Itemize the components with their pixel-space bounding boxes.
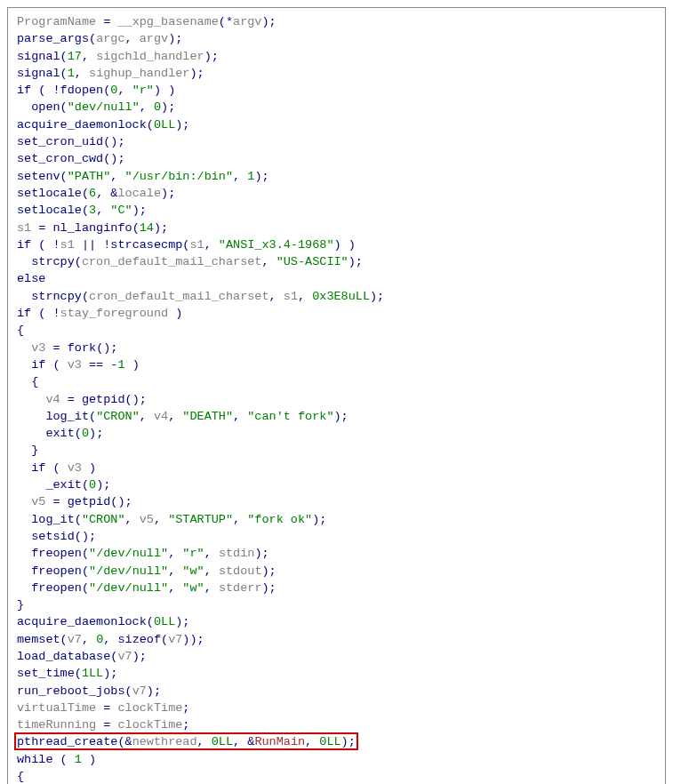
- code-token: v7: [68, 633, 82, 646]
- code-token: v5: [31, 495, 45, 508]
- code-token: ();: [103, 135, 124, 148]
- code-token: =: [96, 701, 117, 715]
- code-line: {: [17, 373, 656, 390]
- code-token: }: [31, 444, 38, 457]
- code-token: 1LL: [82, 667, 103, 680]
- code-line: if ( !stay_foreground ): [17, 305, 656, 322]
- code-token: ;: [182, 701, 189, 715]
- code-token: stdin: [219, 547, 255, 560]
- code-token: 0LL: [154, 615, 175, 628]
- code-token: 1: [117, 358, 124, 372]
- code-token: clockTime: [117, 701, 182, 715]
- code-token: =: [45, 495, 67, 508]
- code-token: (: [89, 32, 96, 45]
- code-token: "/dev/null": [89, 547, 168, 560]
- code-token: "STARTUP": [168, 513, 233, 526]
- code-token: (: [60, 100, 68, 114]
- code-token: );: [333, 410, 348, 423]
- code-token: (&: [117, 735, 132, 748]
- code-line: s1 = nl_langinfo(14);: [17, 220, 656, 236]
- code-token: freopen: [31, 564, 82, 578]
- code-line: setlocale(6, &locale);: [17, 185, 656, 202]
- code-token: ,: [204, 547, 219, 560]
- code-token: ,: [233, 513, 247, 526]
- code-token: =: [31, 221, 52, 235]
- code-token: =: [45, 341, 67, 355]
- code-line: timeRunning = clockTime;: [17, 716, 656, 733]
- code-token: (: [82, 547, 89, 560]
- code-token: getpid: [68, 495, 111, 508]
- code-token: v3: [68, 461, 82, 475]
- code-token: strcpy: [31, 255, 75, 268]
- code-line: virtualTime = clockTime;: [17, 700, 656, 716]
- code-line: freopen("/dev/null", "r", stdin);: [17, 545, 656, 562]
- code-token: (: [132, 221, 140, 235]
- code-token: cron_default_mail_charset: [89, 290, 269, 303]
- code-token: locale: [117, 187, 161, 200]
- code-line: load_database(v7);: [17, 648, 656, 665]
- code-token: ,: [305, 735, 319, 748]
- code-token: RunMain: [254, 735, 305, 748]
- code-token: );: [341, 735, 356, 748]
- code-token: (: [75, 667, 82, 680]
- code-token: (: [45, 461, 67, 475]
- code-token: "w": [182, 564, 204, 578]
- code-token: (: [60, 633, 68, 646]
- code-token: parse_args: [17, 32, 89, 45]
- code-token: 3: [89, 204, 96, 217]
- code-token: ): [125, 358, 140, 372]
- code-token: ,: [117, 84, 132, 97]
- code-token: ();: [103, 152, 124, 165]
- code-token: v7: [168, 633, 182, 646]
- code-token: ,: [168, 410, 182, 423]
- code-token: 0: [82, 427, 89, 440]
- code-token: =: [96, 15, 117, 28]
- code-token: (: [75, 513, 82, 526]
- code-token: ,: [204, 238, 219, 252]
- code-line: setlocale(3, "C");: [17, 202, 656, 219]
- code-token: =: [60, 393, 82, 406]
- code-token: strcasecmp: [110, 238, 182, 252]
- code-token: );: [161, 100, 175, 114]
- code-token: (: [53, 753, 75, 766]
- code-line: strncpy(cron_default_mail_charset, s1, 0…: [17, 288, 656, 305]
- code-token: ,: [168, 547, 182, 560]
- code-token: cron_default_mail_charset: [82, 255, 262, 268]
- code-token: =: [96, 718, 117, 732]
- code-token: (: [82, 478, 89, 492]
- code-token: );: [175, 615, 189, 628]
- code-token: v7: [132, 684, 147, 698]
- code-token: while: [17, 753, 53, 766]
- code-token: run_reboot_jobs: [17, 684, 125, 698]
- code-line: exit(0);: [17, 425, 656, 442]
- code-token: );: [132, 204, 147, 217]
- code-token: (: [60, 50, 68, 63]
- code-token: if: [17, 238, 31, 252]
- code-token: "/usr/bin:/bin": [125, 170, 234, 183]
- code-token: stderr: [219, 581, 262, 595]
- code-token: if: [17, 307, 31, 320]
- code-token: (: [147, 118, 154, 132]
- code-token: v7: [117, 650, 132, 663]
- code-line: run_reboot_jobs(v7);: [17, 683, 656, 700]
- code-line: set_cron_cwd();: [17, 150, 656, 167]
- code-line: open("dev/null", 0);: [17, 99, 656, 116]
- code-token: getpid: [82, 393, 125, 406]
- code-viewer: ProgramName = __xpg_basename(*argv);pars…: [7, 7, 666, 784]
- code-token: "ANSI_x3.4-1968": [219, 238, 334, 252]
- code-token: v3: [31, 341, 45, 355]
- code-token: );: [154, 221, 168, 235]
- code-token: );: [89, 427, 103, 440]
- code-token: "w": [182, 581, 204, 595]
- code-token: (: [147, 615, 154, 628]
- code-token: __xpg_basename: [117, 15, 218, 28]
- code-token: ();: [75, 530, 96, 543]
- code-token: 6: [89, 187, 96, 200]
- code-token: _exit: [45, 478, 82, 492]
- code-line: setenv("PATH", "/usr/bin:/bin", 1);: [17, 168, 656, 185]
- code-token: v4: [154, 410, 168, 423]
- code-token: sizeof: [117, 633, 161, 646]
- code-token: {: [31, 375, 38, 388]
- code-token: ,: [204, 564, 219, 578]
- code-line: _exit(0);: [17, 476, 656, 493]
